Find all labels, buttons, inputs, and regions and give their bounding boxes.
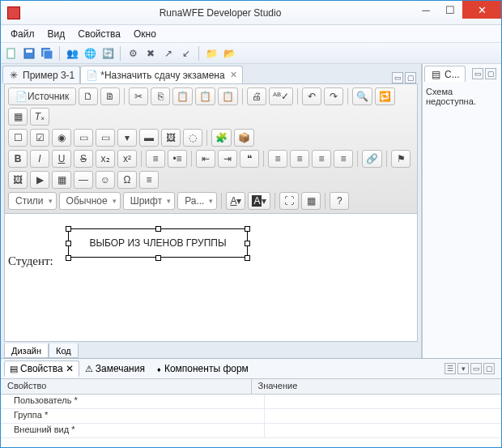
component2-icon[interactable]: 📦 [234,129,254,147]
new-icon[interactable] [4,46,19,61]
copy-icon[interactable]: ⎘ [151,87,170,105]
minimize-button[interactable]: ─ [414,1,438,19]
minimize-pane-icon[interactable]: ▭ [470,363,482,374]
underline-icon[interactable]: U [52,150,71,168]
maximize-pane-icon[interactable]: ▢ [483,363,495,374]
refresh-icon[interactable]: 🔄 [100,46,115,61]
blockquote-icon[interactable]: ❝ [240,150,259,168]
tab-assign-exam[interactable]: 📄 *Назначить сдачу экзамена ✕ [80,66,242,83]
smiley-icon[interactable]: ☺ [96,171,115,189]
properties-tab[interactable]: ▤ Свойства ✕ [4,361,79,377]
paste-icon[interactable]: 📋 [172,87,193,105]
outdent-icon[interactable]: ⇤ [196,150,215,168]
resize-handle[interactable] [245,241,250,246]
design-tab[interactable]: Дизайн [4,343,49,358]
spellcheck-icon[interactable]: ᴬᴮ✓ [269,87,293,105]
size-combo[interactable]: Ра...▾ [177,192,217,210]
tool-icon[interactable]: ✖ [143,46,158,61]
checkbox-icon[interactable]: ☑ [30,129,49,147]
remove-format-icon[interactable]: Tₓ [30,108,49,126]
link-icon[interactable]: 🔗 [362,150,382,168]
align-right-icon[interactable]: ≡ [312,150,331,168]
page-break-icon[interactable]: ≡ [139,171,159,189]
folder1-icon[interactable]: 📁 [204,46,219,61]
menu-window[interactable]: Окно [127,27,163,41]
gear-icon[interactable]: ⚙ [126,46,140,61]
bullet-list-icon[interactable]: •≡ [168,150,187,168]
hr-icon[interactable]: — [74,171,93,189]
help-icon[interactable]: ? [330,192,349,210]
superscript-icon[interactable]: x² [117,150,137,168]
italic-icon[interactable]: I [30,150,49,168]
textfield-icon[interactable]: ▭ [74,129,93,147]
image-button-icon[interactable]: 🖼 [161,129,181,147]
resize-handle[interactable] [155,226,161,232]
tab-close-icon[interactable]: ✕ [230,70,237,80]
button-icon[interactable]: ▬ [139,129,159,147]
menu-file[interactable]: Файл [4,27,41,41]
select-icon[interactable]: ▾ [117,129,137,147]
minimize-pane-icon[interactable]: ▭ [472,68,483,79]
property-row[interactable]: Внешний вид * [1,424,501,438]
maximize-button[interactable]: ☐ [438,1,462,19]
folder2-icon[interactable]: 📂 [222,46,236,61]
print-icon[interactable]: 🖨 [247,87,266,105]
selected-component[interactable]: ВЫБОР ИЗ ЧЛЕНОВ ГРУППЫ [68,228,248,258]
undo-icon[interactable]: ↶ [302,87,321,105]
show-blocks-icon[interactable]: ▦ [301,192,321,210]
cut-icon[interactable]: ✂ [129,87,148,105]
menu-view[interactable]: Вид [41,27,72,41]
resize-handle[interactable] [155,255,161,261]
maximize-icon[interactable]: ⛶ [279,192,299,210]
source-button[interactable]: 📄 Источник [8,87,76,105]
tab-example[interactable]: ✳ Пример 3-1 [2,66,80,83]
notes-tab[interactable]: ⚠ Замечания [79,361,151,377]
indent-icon[interactable]: ⇥ [218,150,237,168]
font-combo[interactable]: Шрифт▾ [123,192,175,210]
export-icon[interactable]: ↗ [161,46,176,61]
users-icon[interactable]: 👥 [65,46,79,61]
filter-icon[interactable]: ▾ [457,363,469,374]
save-icon[interactable] [22,46,36,61]
styles-combo[interactable]: Стили▾ [8,192,57,210]
subscript-icon[interactable]: x₂ [96,150,115,168]
bg-color-icon[interactable]: A▾ [248,192,270,210]
editor-canvas[interactable]: Студент: ВЫБОР ИЗ ЧЛЕНОВ ГРУППЫ [4,214,418,342]
new-page-icon[interactable]: 🗋 [79,87,98,105]
paste-text-icon[interactable]: 📋 [195,87,215,105]
property-row[interactable]: Пользователь * [1,395,501,409]
globe-icon[interactable]: 🌐 [83,46,97,61]
flash-icon[interactable]: ▶ [30,171,49,189]
preview-icon[interactable]: 🗎 [100,87,120,105]
align-center-icon[interactable]: ≡ [290,150,309,168]
text-color-icon[interactable]: A▾ [226,192,245,210]
tab-close-icon[interactable]: ✕ [66,363,74,374]
format-combo[interactable]: Обычное▾ [59,192,121,210]
import-icon[interactable]: ↙ [179,46,194,61]
redo-icon[interactable]: ↷ [324,87,343,105]
special-char-icon[interactable]: Ω [117,171,137,189]
property-row[interactable]: Группа * [1,409,501,424]
bold-icon[interactable]: B [8,150,28,168]
maximize-pane-icon[interactable]: ▢ [485,68,496,79]
align-left-icon[interactable]: ≡ [268,150,287,168]
textarea-icon[interactable]: ▭ [96,129,115,147]
anchor-icon[interactable]: ⚑ [391,150,411,168]
minimize-pane-icon[interactable]: ▭ [392,72,403,83]
form-icon[interactable]: ☐ [8,129,28,147]
resize-handle[interactable] [245,226,250,232]
find-icon[interactable]: 🔍 [352,87,372,105]
paste-word-icon[interactable]: 📋 [218,87,238,105]
outline-tab[interactable]: ▤ С... [424,66,466,82]
code-tab[interactable]: Код [49,343,79,358]
replace-icon[interactable]: 🔁 [375,87,395,105]
maximize-pane-icon[interactable]: ▢ [405,72,416,83]
align-justify-icon[interactable]: ≡ [334,150,353,168]
numbered-list-icon[interactable]: ≡ [146,150,165,168]
resize-handle[interactable] [66,226,71,232]
resize-handle[interactable] [66,241,71,246]
radio-icon[interactable]: ◉ [52,129,71,147]
form-components-tab[interactable]: ⬧ Компоненты форм [151,361,254,377]
tree-icon[interactable]: ☰ [445,363,456,374]
table-icon[interactable]: ▦ [52,171,71,189]
